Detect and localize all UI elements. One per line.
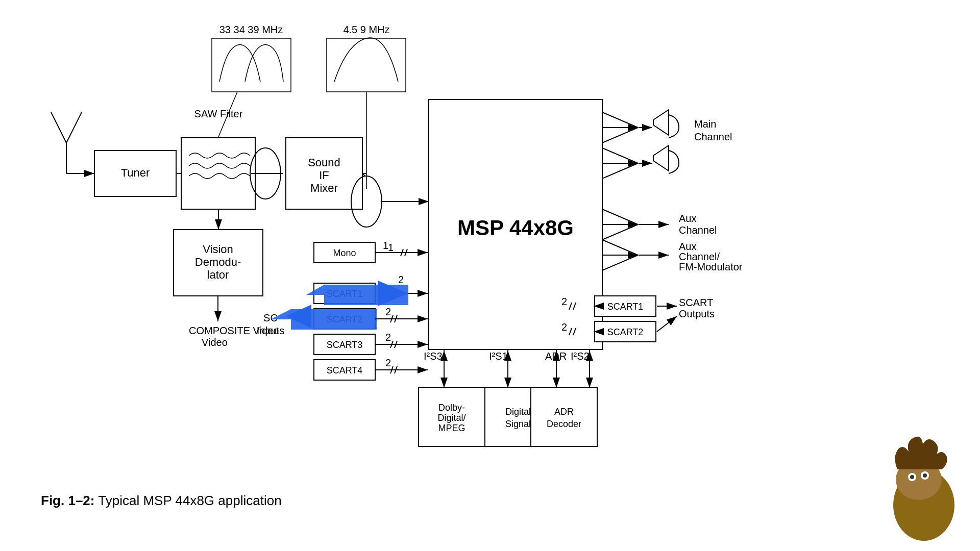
msp-label: MSP 44x8G	[457, 216, 574, 240]
figure-label: Fig. 1–2:	[41, 493, 94, 508]
num-2b: 2	[385, 306, 391, 317]
num-2d: 2	[385, 357, 391, 368]
digital-signal-label2: Signal	[505, 419, 531, 429]
scart-outputs-label1: SCART	[679, 297, 713, 308]
dolby-label3: MPEG	[438, 423, 465, 433]
svg-line-4	[66, 112, 82, 143]
freq-label-1: 33 34 39 MHz	[219, 24, 283, 35]
adr-decoder-label2: Decoder	[547, 419, 581, 429]
scart1-out-label: SCART1	[607, 302, 644, 312]
i2s2-label: I²S2	[571, 350, 590, 362]
aux-channel-label1: Aux	[679, 213, 696, 224]
num-2a: 2	[398, 274, 404, 285]
i2s1-label: I²S1	[489, 350, 508, 362]
scart2-out-label: SCART2	[607, 327, 644, 337]
adr-decoder-label1: ADR	[554, 407, 574, 417]
dolby-label2: Digital/	[437, 413, 465, 423]
sound-if-mixer-label2: IF	[319, 169, 329, 182]
saw-filter-label: SAW Filter	[194, 108, 243, 119]
scart4-in-label: SCART4	[327, 365, 363, 375]
sound-if-mixer-label3: Mixer	[310, 182, 338, 194]
num-1-label: 1	[383, 240, 388, 251]
main-channel-label2: Channel	[694, 131, 732, 142]
main-channel-label1: Main	[694, 118, 716, 130]
vision-demod-label2: Demodu-	[195, 256, 241, 268]
aux-channel-fm-label1: Aux	[679, 241, 696, 252]
figure-caption: Fig. 1–2: Typical MSP 44x8G application	[41, 493, 282, 508]
num-2c: 2	[385, 332, 391, 343]
sc-inputs-label2: Inputs	[257, 325, 284, 336]
composite-video-label2: Video	[202, 337, 228, 348]
aux-channel-fm-label2: Channel/	[679, 251, 720, 262]
aux-channel-fm-label3: FM-Modulator	[679, 261, 743, 272]
vision-demod-label3: lator	[207, 268, 229, 281]
mascot-pupil-left	[910, 475, 914, 479]
speaker-2	[653, 145, 669, 171]
mascot-hair	[895, 437, 947, 469]
mono-label: Mono	[333, 248, 356, 258]
adr-decoder-block	[531, 388, 597, 446]
mascot-pupil-right	[923, 473, 927, 478]
freq-box-2	[327, 38, 406, 92]
sound-if-mixer-label: Sound	[308, 156, 340, 169]
freq-label-2: 4.5 9 MHz	[343, 24, 389, 35]
scart-outputs-label2: Outputs	[679, 308, 715, 319]
i2s3-label: I²S3	[424, 350, 443, 362]
num-2e: 2	[561, 296, 567, 307]
num-1: 1	[388, 242, 394, 253]
aux-channel-label2: Channel	[679, 224, 717, 236]
diagram: Tuner SAW Filter 33 34 39 MHz Sound IF M…	[0, 0, 980, 551]
blue-arrow-left-1	[271, 309, 377, 330]
scart3-in-label: SCART3	[327, 340, 363, 350]
vision-demod-label1: Vision	[203, 243, 233, 256]
svg-line-51	[657, 316, 677, 332]
speaker-1	[653, 110, 669, 135]
svg-line-3	[51, 112, 66, 143]
dolby-label1: Dolby-	[438, 403, 465, 413]
tuner-label: Tuner	[121, 166, 150, 179]
digital-signal-label1: Digital	[505, 407, 531, 417]
num-2f: 2	[561, 321, 567, 333]
